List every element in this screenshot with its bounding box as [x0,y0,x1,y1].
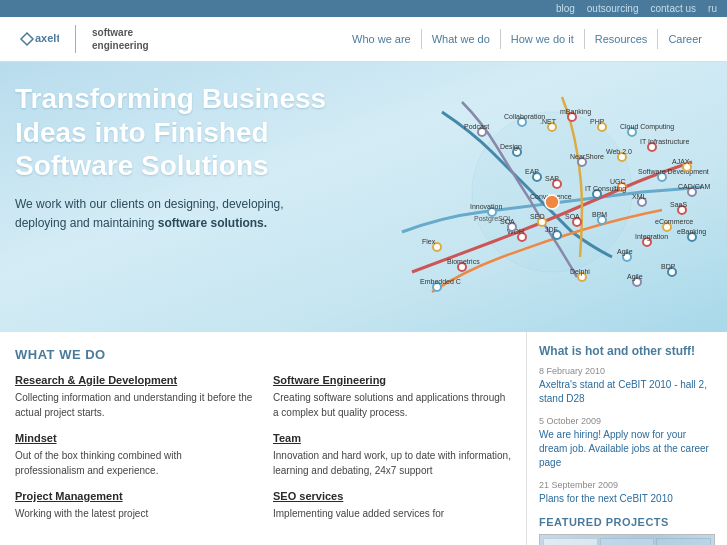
svg-text:Collaboration: Collaboration [504,113,545,120]
service-research-title[interactable]: Research & Agile Development [15,374,253,386]
news-link-2[interactable]: Plans for the next CeBIT 2010 [539,492,715,506]
svg-text:IT Consulting: IT Consulting [585,185,626,193]
service-mindset: Mindset Out of the box thinking combined… [15,432,253,478]
service-team-title[interactable]: Team [273,432,511,444]
svg-text:Agile: Agile [617,248,633,256]
svg-text:UGC: UGC [610,178,626,185]
news-item-2: 21 September 2009 Plans for the next CeB… [539,480,715,506]
news-date-0: 8 February 2010 [539,366,715,376]
svg-text:NearShore: NearShore [570,153,604,160]
svg-text:Biometrics: Biometrics [447,258,480,265]
metro-map: Convergence Innovation PostgreSQL Design… [382,72,722,312]
nav-what-we-do[interactable]: What we do [422,29,501,49]
service-software-eng: Software Engineering Creating software s… [273,374,511,420]
svg-text:Integration: Integration [635,233,668,241]
hero-description: We work with our clients on designing, d… [15,195,325,233]
svg-text:eBanking: eBanking [677,228,706,236]
hot-stuff-title: What is hot and other stuff! [539,344,715,358]
hero-headline: Transforming Business Ideas into Finishe… [15,82,345,183]
svg-text:Embedded C: Embedded C [420,278,461,285]
service-team-desc: Innovation and hard work, up to date wit… [273,448,511,478]
svg-text:PHP: PHP [590,118,605,125]
language-link[interactable]: ru [708,3,717,14]
svg-text:CAD/CAM: CAD/CAM [678,183,710,190]
logo-icon: axeltra [15,28,59,50]
svg-text:SOA: SOA [565,213,580,220]
svg-text:Cloud Computing: Cloud Computing [620,123,674,131]
svg-text:Delphi: Delphi [570,268,590,276]
svg-point-2 [472,112,632,272]
svg-text:mBanking: mBanking [560,108,591,116]
svg-text:Design: Design [500,143,522,151]
service-software-eng-title[interactable]: Software Engineering [273,374,511,386]
svg-marker-0 [21,33,33,45]
contact-link[interactable]: contact us [651,3,697,14]
svg-point-78 [545,195,559,209]
right-panel: What is hot and other stuff! 8 February … [527,332,727,545]
service-project-mgmt-title[interactable]: Project Management [15,490,253,502]
service-project-mgmt: Project Management Working with the late… [15,490,253,521]
svg-text:Podcast: Podcast [464,123,489,130]
service-seo-desc: Implementing value added services for [273,506,511,521]
svg-text:SOA: SOA [500,218,515,225]
featured-img-block-2 [600,538,655,545]
svg-text:SEO: SEO [530,213,545,220]
news-link-0[interactable]: Axeltra's stand at CeBIT 2010 - hall 2, … [539,378,715,406]
news-item-0: 8 February 2010 Axeltra's stand at CeBIT… [539,366,715,406]
svg-text:SaaS: SaaS [670,201,687,208]
svg-text:JDF: JDF [545,226,558,233]
news-date-1: 5 October 2009 [539,416,715,426]
header: axeltra software engineering Who we are … [0,17,727,62]
svg-text:BDP: BDP [661,263,676,270]
service-mindset-title[interactable]: Mindset [15,432,253,444]
what-we-do-title: WHAT WE DO [15,347,511,362]
main-nav: Who we are What we do How we do it Resou… [342,29,712,49]
service-project-mgmt-desc: Working with the latest project [15,506,253,521]
svg-text:XML: XML [632,193,647,200]
service-research: Research & Agile Development Collecting … [15,374,253,420]
service-software-eng-desc: Creating software solutions and applicat… [273,390,511,420]
service-mindset-desc: Out of the box thinking combined with pr… [15,448,253,478]
logo-text: software engineering [92,26,149,52]
service-team: Team Innovation and hard work, up to dat… [273,432,511,478]
news-date-2: 21 September 2009 [539,480,715,490]
svg-text:Flex: Flex [422,238,436,245]
main-content: WHAT WE DO Research & Agile Development … [0,332,727,545]
nav-how-we-do-it[interactable]: How we do it [501,29,585,49]
featured-projects-title: FEATURED PROJECTS [539,516,715,528]
svg-text:EAP: EAP [525,168,539,175]
service-research-desc: Collecting information and understanding… [15,390,253,420]
nav-resources[interactable]: Resources [585,29,659,49]
outsourcing-link[interactable]: outsourcing [587,3,639,14]
svg-text:Innovation: Innovation [470,203,502,210]
news-link-1[interactable]: We are hiring! Apply now for your dream … [539,428,715,470]
nav-career[interactable]: Career [658,29,712,49]
svg-text:axeltra: axeltra [35,32,59,44]
blog-link[interactable]: blog [556,3,575,14]
featured-projects-image [539,534,715,545]
svg-text:Web 2.0: Web 2.0 [606,148,632,155]
service-seo: SEO services Implementing value added se… [273,490,511,521]
hero-section: Transforming Business Ideas into Finishe… [0,62,727,332]
services-grid: Research & Agile Development Collecting … [15,374,511,533]
service-seo-title[interactable]: SEO services [273,490,511,502]
logo: axeltra software engineering [15,25,149,53]
featured-img-block-3 [656,538,711,545]
svg-text:BPM: BPM [592,211,607,218]
nav-who-we-are[interactable]: Who we are [342,29,422,49]
left-panel: WHAT WE DO Research & Agile Development … [0,332,527,545]
svg-text:IT Infrastructure: IT Infrastructure [640,138,689,145]
featured-img-block-1 [543,538,598,545]
svg-text:Software Development: Software Development [638,168,709,176]
svg-text:AJAX: AJAX [672,158,690,165]
svg-text:SAP: SAP [545,175,559,182]
top-bar: blog outsourcing contact us ru [0,0,727,17]
svg-text:eCommerce: eCommerce [655,218,693,225]
hero-text: Transforming Business Ideas into Finishe… [15,82,345,233]
news-item-1: 5 October 2009 We are hiring! Apply now … [539,416,715,470]
svg-text:Agile: Agile [627,273,643,281]
logo-divider [75,25,76,53]
